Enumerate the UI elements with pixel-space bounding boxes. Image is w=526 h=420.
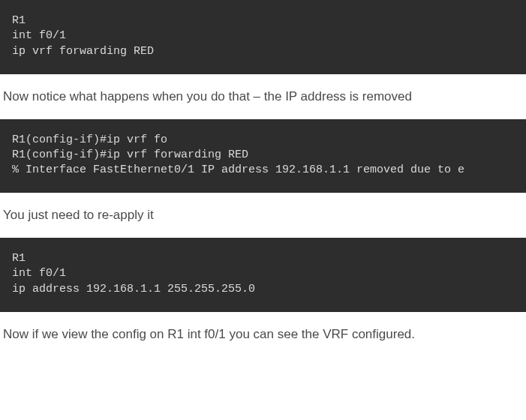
code-block-2-scroll[interactable]: R1(config-if)#ip vrf fo R1(config-if)#ip… — [0, 119, 526, 194]
code-block-2: R1(config-if)#ip vrf fo R1(config-if)#ip… — [0, 119, 526, 194]
paragraph-3: Now if we view the config on R1 int f0/1… — [0, 312, 526, 357]
paragraph-2: You just need to re-apply it — [0, 193, 526, 238]
code-block-3: R1 int f0/1 ip address 192.168.1.1 255.2… — [0, 238, 526, 312]
paragraph-1: Now notice what happens when you do that… — [0, 74, 526, 119]
code-block-1: R1 int f0/1 ip vrf forwarding RED — [0, 0, 526, 74]
